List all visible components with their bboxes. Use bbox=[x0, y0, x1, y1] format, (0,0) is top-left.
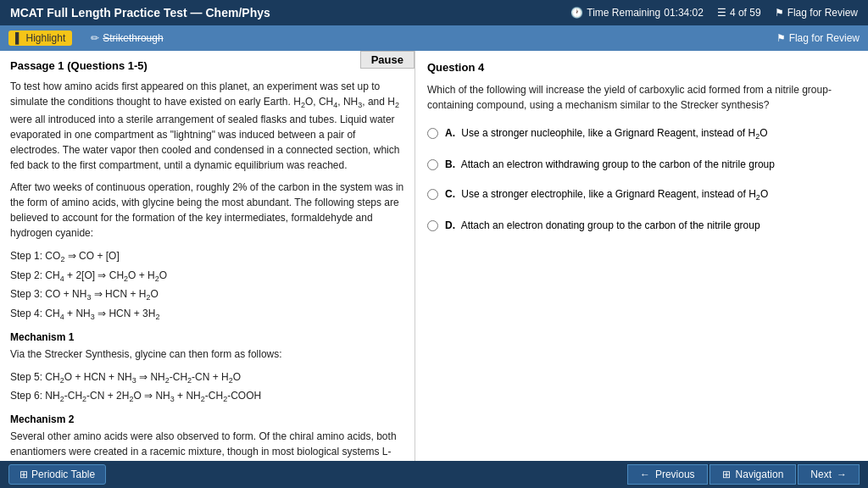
step5: Step 5: CH2O + HCN + NH3 ⇒ NH2-CH2-CN + … bbox=[10, 369, 404, 388]
answer-b-letter: B. bbox=[445, 158, 455, 170]
top-bar-right: 🕐 Time Remaining 01:34:02 ☰ 4 of 59 ⚑ Fl… bbox=[570, 7, 858, 19]
radio-d[interactable] bbox=[427, 220, 438, 231]
table-icon: ⊞ bbox=[19, 469, 28, 480]
passage-title: Passage 1 (Questions 1-5) bbox=[10, 59, 404, 72]
flag-review-toolbar[interactable]: ⚑ Flag for Review bbox=[776, 32, 860, 44]
navigation-label: Navigation bbox=[736, 469, 784, 480]
radio-a[interactable] bbox=[427, 128, 438, 139]
answer-option-a[interactable]: A. Use a stronger nucleophile, like a Gr… bbox=[427, 126, 856, 142]
nav-grid-icon: ⊞ bbox=[722, 469, 731, 480]
question-text: Which of the following will increase the… bbox=[427, 82, 856, 113]
mechanism2-title: Mechanism 2 bbox=[10, 413, 404, 425]
top-bar: MCAT Full Length Practice Test — Chem/Ph… bbox=[0, 0, 868, 25]
previous-label: Previous bbox=[655, 469, 695, 480]
question-panel: Question 4 Which of the following will i… bbox=[415, 51, 868, 461]
answer-option-c[interactable]: C. Use a stronger electrophile, like a G… bbox=[427, 187, 856, 203]
pencil-icon: ✏ bbox=[91, 32, 99, 44]
answer-d-text: D. Attach an electron donating group to … bbox=[445, 219, 760, 233]
question-count: ☰ 4 of 59 bbox=[717, 7, 761, 19]
step6: Step 6: NH2-CH2-CN + 2H2O ⇒ NH3 + NH2-CH… bbox=[10, 387, 404, 407]
navigation-button[interactable]: ⊞ Navigation bbox=[709, 464, 797, 485]
answer-c-text: C. Use a stronger electrophile, like a G… bbox=[445, 187, 768, 203]
highlight-button[interactable]: ▌ Highlight bbox=[8, 30, 72, 46]
highlight-icon: ▌ bbox=[15, 32, 23, 44]
strikethrough-button[interactable]: ✏ Strikethrough bbox=[86, 30, 168, 46]
strikethrough-label: Strikethrough bbox=[103, 32, 163, 44]
passage-paragraph1: To test how amino acids first appeared o… bbox=[10, 79, 404, 173]
time-label: Time Remaining bbox=[587, 7, 660, 19]
periodic-table-button[interactable]: ⊞ Periodic Table bbox=[8, 464, 106, 485]
step1: Step 1: CO2 ⇒ CO + [O] bbox=[10, 247, 404, 267]
time-remaining: 🕐 Time Remaining 01:34:02 bbox=[570, 7, 704, 19]
answer-d-letter: D. bbox=[445, 219, 455, 231]
answer-c-letter: C. bbox=[445, 188, 455, 200]
answer-a-text: A. Use a stronger nucleophile, like a Gr… bbox=[445, 126, 768, 142]
passage-paragraph2: After two weeks of continuous operation,… bbox=[10, 180, 404, 241]
toolbar: ▌ Highlight ✏ Strikethrough ⚑ Flag for R… bbox=[0, 25, 868, 51]
highlight-label: Highlight bbox=[26, 32, 66, 44]
flag-icon-toolbar: ⚑ bbox=[776, 32, 786, 44]
prev-arrow-icon: ← bbox=[640, 469, 650, 480]
step3: Step 3: CO + NH3 ⇒ HCN + H2O bbox=[10, 286, 404, 305]
flag-review-toolbar-label: Flag for Review bbox=[789, 32, 860, 44]
radio-c[interactable] bbox=[427, 189, 438, 200]
mechanism1-text: Via the Strecker Synthesis, glycine can … bbox=[10, 347, 404, 362]
previous-button[interactable]: ← Previous bbox=[627, 464, 708, 485]
flag-label-top: Flag for Review bbox=[787, 7, 858, 19]
mechanism2-text: Several other amino acids were also obse… bbox=[10, 429, 404, 461]
question-number: Question 4 bbox=[427, 61, 856, 74]
step4: Step 4: CH4 + NH3 ⇒ HCN + 3H2 bbox=[10, 305, 404, 324]
flag-review-top[interactable]: ⚑ Flag for Review bbox=[775, 7, 858, 19]
clock-icon: 🕐 bbox=[570, 7, 583, 19]
time-value: 01:34:02 bbox=[664, 7, 704, 19]
mechanism1-title: Mechanism 1 bbox=[10, 331, 404, 343]
answer-b-text: B. Attach an electron withdrawing group … bbox=[445, 158, 775, 172]
next-button[interactable]: Next → bbox=[798, 464, 860, 485]
question-count-value: 4 of 59 bbox=[730, 7, 761, 19]
pause-banner: Pause bbox=[360, 51, 415, 69]
answer-option-b[interactable]: B. Attach an electron withdrawing group … bbox=[427, 158, 856, 172]
answer-option-d[interactable]: D. Attach an electron donating group to … bbox=[427, 219, 856, 233]
next-label: Next bbox=[810, 469, 832, 480]
flag-icon-top: ⚑ bbox=[775, 7, 784, 19]
bottom-bar: ⊞ Periodic Table ← Previous ⊞ Navigation… bbox=[0, 461, 868, 488]
passage-panel: Pause Passage 1 (Questions 1-5) To test … bbox=[0, 51, 415, 461]
nav-buttons: ← Previous ⊞ Navigation Next → bbox=[627, 464, 860, 485]
periodic-table-label: Periodic Table bbox=[31, 469, 95, 480]
radio-b[interactable] bbox=[427, 159, 438, 170]
main-content: Pause Passage 1 (Questions 1-5) To test … bbox=[0, 51, 868, 461]
next-arrow-icon: → bbox=[837, 469, 847, 480]
app-title: MCAT Full Length Practice Test — Chem/Ph… bbox=[10, 6, 270, 19]
answer-a-letter: A. bbox=[445, 127, 455, 139]
step2: Step 2: CH4 + 2[O] ⇒ CH2O + H2O bbox=[10, 267, 404, 286]
list-icon: ☰ bbox=[717, 7, 726, 19]
